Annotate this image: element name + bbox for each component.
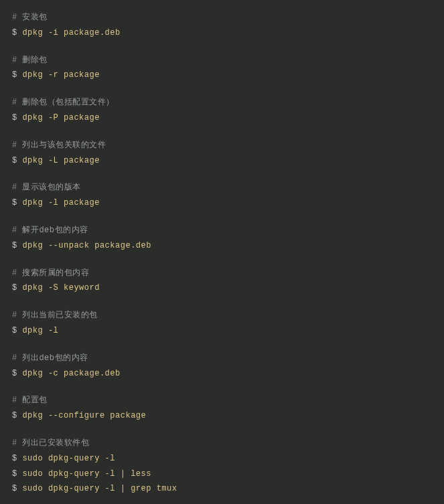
comment-hash: #: [12, 56, 17, 65]
command-text: dpkg -i package.deb: [17, 28, 121, 37]
comment-line: # 列出已安装软件包: [12, 438, 432, 449]
command-line: $ dpkg --configure package: [12, 410, 432, 422]
command-text: sudo dpkg-query -l | grep tmux: [17, 484, 177, 493]
code-block: # 删除包$ dpkg -r package: [12, 55, 432, 82]
command-text: dpkg -L package: [17, 156, 100, 165]
comment-line: # 列出deb包的内容: [12, 353, 432, 364]
comment-hash: #: [12, 353, 17, 363]
comment-text: 列出与该包关联的文件: [17, 141, 106, 150]
prompt-symbol: $: [12, 198, 17, 207]
comment-text: 配置包: [17, 396, 48, 405]
command-text: dpkg -c package.deb: [17, 369, 121, 378]
prompt-symbol: $: [12, 411, 17, 420]
comment-line: # 搜索所属的包内容: [12, 268, 432, 279]
comment-text: 搜索所属的包内容: [17, 268, 90, 278]
code-block: # 解开deb包的内容$ dpkg --unpack package.deb: [12, 225, 432, 252]
comment-text: 显示该包的版本: [17, 183, 81, 192]
command-line: $ sudo dpkg-query -l | grep tmux: [12, 483, 432, 495]
command-line: $ dpkg -c package.deb: [12, 368, 432, 380]
code-block: # 列出与该包关联的文件$ dpkg -L package: [12, 140, 432, 167]
comment-hash: #: [12, 268, 17, 278]
comment-line: # 安装包: [12, 12, 432, 23]
code-container: # 安装包$ dpkg -i package.deb# 删除包$ dpkg -r…: [12, 12, 432, 495]
comment-text: 列出当前已安装的包: [17, 311, 98, 320]
prompt-symbol: $: [12, 454, 17, 463]
comment-line: # 删除包（包括配置文件）: [12, 97, 432, 108]
prompt-symbol: $: [12, 283, 17, 292]
command-line: $ sudo dpkg-query -l: [12, 453, 432, 465]
command-line: $ dpkg -S keyword: [12, 282, 432, 294]
command-line: $ dpkg -l package: [12, 197, 432, 209]
comment-hash: #: [12, 396, 17, 405]
comment-text: 安装包: [17, 13, 48, 22]
comment-line: # 显示该包的版本: [12, 182, 432, 193]
comment-hash: #: [12, 183, 17, 192]
command-line: $ dpkg -i package.deb: [12, 27, 432, 39]
prompt-symbol: $: [12, 156, 17, 165]
command-line: $ dpkg --unpack package.deb: [12, 240, 432, 252]
command-text: dpkg -r package: [17, 70, 100, 80]
prompt-symbol: $: [12, 369, 17, 378]
command-text: dpkg --configure package: [17, 411, 147, 420]
comment-text: 列出已安装软件包: [17, 438, 90, 448]
command-line: $ dpkg -l: [12, 325, 432, 337]
command-line: $ dpkg -L package: [12, 155, 432, 167]
comment-hash: #: [12, 226, 17, 235]
comment-hash: #: [12, 311, 17, 320]
prompt-symbol: $: [12, 28, 17, 37]
code-block: # 显示该包的版本$ dpkg -l package: [12, 182, 432, 209]
prompt-symbol: $: [12, 113, 17, 122]
comment-text: 删除包（包括配置文件）: [17, 98, 115, 107]
prompt-symbol: $: [12, 469, 17, 479]
command-text: dpkg -P package: [17, 113, 100, 122]
code-block: # 配置包$ dpkg --configure package: [12, 395, 432, 422]
prompt-symbol: $: [12, 326, 17, 335]
command-text: dpkg -S keyword: [17, 283, 100, 292]
comment-line: # 列出当前已安装的包: [12, 310, 432, 321]
code-block: # 安装包$ dpkg -i package.deb: [12, 12, 432, 39]
prompt-symbol: $: [12, 70, 17, 80]
comment-hash: #: [12, 13, 17, 22]
command-text: dpkg --unpack package.deb: [17, 241, 151, 250]
code-block: # 列出deb包的内容$ dpkg -c package.deb: [12, 353, 432, 380]
prompt-symbol: $: [12, 484, 17, 493]
comment-text: 列出deb包的内容: [17, 353, 88, 363]
command-line: $ dpkg -r package: [12, 70, 432, 81]
comment-line: # 配置包: [12, 395, 432, 406]
command-text: dpkg -l package: [17, 198, 100, 207]
command-line: $ sudo dpkg-query -l | less: [12, 469, 432, 480]
prompt-symbol: $: [12, 241, 17, 250]
code-block: # 删除包（包括配置文件）$ dpkg -P package: [12, 97, 432, 124]
command-text: dpkg -l: [17, 326, 59, 335]
code-block: # 列出当前已安装的包$ dpkg -l: [12, 310, 432, 337]
comment-hash: #: [12, 141, 17, 150]
comment-line: # 列出与该包关联的文件: [12, 140, 432, 151]
code-block: # 列出已安装软件包$ sudo dpkg-query -l$ sudo dpk…: [12, 438, 432, 495]
command-text: sudo dpkg-query -l: [17, 454, 115, 463]
comment-hash: #: [12, 98, 17, 107]
comment-text: 解开deb包的内容: [17, 226, 88, 235]
comment-line: # 删除包: [12, 55, 432, 66]
command-text: sudo dpkg-query -l | less: [17, 469, 151, 479]
comment-text: 删除包: [17, 56, 48, 65]
command-line: $ dpkg -P package: [12, 112, 432, 124]
code-block: # 搜索所属的包内容$ dpkg -S keyword: [12, 268, 432, 295]
comment-line: # 解开deb包的内容: [12, 225, 432, 236]
comment-hash: #: [12, 438, 17, 448]
